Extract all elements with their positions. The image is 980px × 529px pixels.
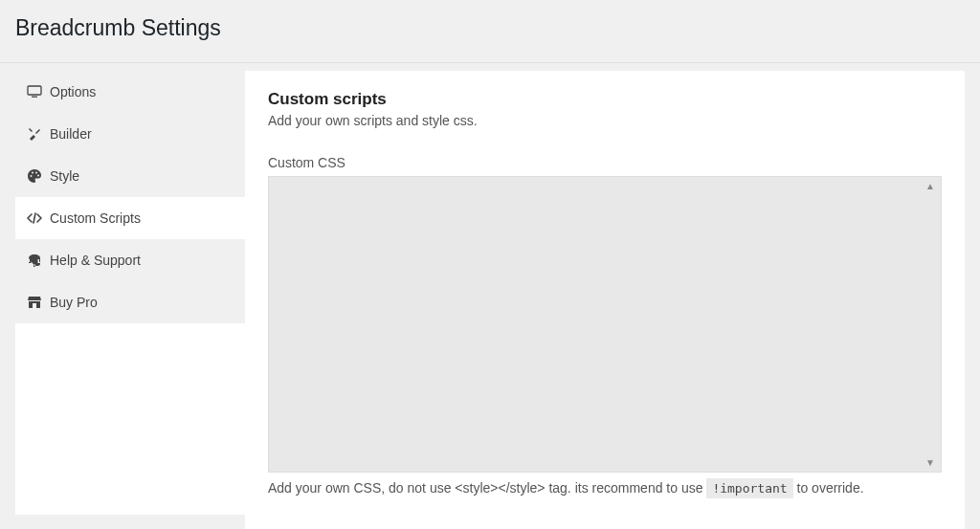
hint-text-suffix: to override. xyxy=(793,480,864,496)
svg-point-3 xyxy=(32,172,33,174)
svg-rect-1 xyxy=(32,97,37,98)
desktop-icon xyxy=(27,84,42,99)
hint-text-prefix: Add your own CSS, do not use xyxy=(268,480,455,496)
sidebar-item-options[interactable]: Options xyxy=(15,71,245,113)
svg-point-5 xyxy=(37,175,39,177)
sidebar-item-label: Help & Support xyxy=(50,253,141,268)
palette-icon xyxy=(27,168,42,184)
support-icon xyxy=(27,253,42,268)
sidebar-item-label: Options xyxy=(50,84,96,99)
hint-text-mid: tag. its recommend to use xyxy=(546,480,707,496)
custom-css-textarea[interactable] xyxy=(269,177,941,472)
section-title: Custom scripts xyxy=(268,90,942,109)
sidebar-spacer xyxy=(15,323,245,515)
custom-css-editor[interactable]: ▲ ▼ xyxy=(268,176,942,473)
tools-icon xyxy=(27,126,42,142)
hint-important-code: !important xyxy=(706,478,792,498)
settings-container: Options Builder Style Custom Scripts Hel xyxy=(0,62,980,529)
page-title: Breadcrumb Settings xyxy=(0,0,980,51)
svg-rect-0 xyxy=(28,86,41,95)
custom-css-hint: Add your own CSS, do not use <style></st… xyxy=(268,480,942,496)
svg-point-4 xyxy=(35,172,37,174)
sidebar-item-label: Custom Scripts xyxy=(50,210,141,226)
sidebar-item-style[interactable]: Style xyxy=(15,155,245,197)
section-desc: Add your own scripts and style css. xyxy=(268,113,942,128)
sidebar-item-help-support[interactable]: Help & Support xyxy=(15,239,245,281)
scroll-up-icon: ▲ xyxy=(925,181,935,191)
scroll-down-icon: ▼ xyxy=(925,457,935,468)
main-panel: Custom scripts Add your own scripts and … xyxy=(245,71,965,529)
sidebar-item-label: Style xyxy=(50,168,79,184)
store-icon xyxy=(27,295,42,310)
sidebar-item-builder[interactable]: Builder xyxy=(15,113,245,155)
svg-point-2 xyxy=(31,175,33,177)
sidebar: Options Builder Style Custom Scripts Hel xyxy=(15,63,245,529)
sidebar-item-buy-pro[interactable]: Buy Pro xyxy=(15,281,245,323)
sidebar-item-label: Builder xyxy=(50,126,92,142)
code-icon xyxy=(27,210,42,226)
hint-style-tag: <style></style> xyxy=(455,480,545,496)
svg-rect-6 xyxy=(33,303,36,308)
sidebar-item-label: Buy Pro xyxy=(50,295,98,310)
custom-css-label: Custom CSS xyxy=(268,155,942,170)
sidebar-item-custom-scripts[interactable]: Custom Scripts xyxy=(15,197,245,239)
